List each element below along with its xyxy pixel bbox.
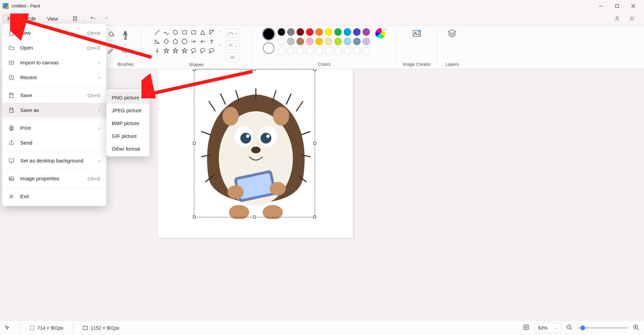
file-menu-open[interactable]: Open Ctrl+O — [2, 40, 106, 55]
menu-file[interactable]: File — [2, 13, 21, 24]
file-menu-recent-label: Recent — [20, 74, 37, 81]
file-menu-recent[interactable]: Recent › — [2, 70, 106, 85]
svg-marker-15 — [182, 39, 187, 44]
settings-icon[interactable] — [626, 12, 638, 25]
color-swatch[interactable] — [353, 28, 361, 36]
minimize-button[interactable] — [593, 0, 609, 12]
shapes-gallery[interactable] — [153, 28, 216, 55]
app-icon — [3, 3, 9, 9]
scroll-down-icon[interactable]: ⌄ — [219, 42, 222, 46]
file-menu-send[interactable]: Send — [2, 135, 106, 150]
color-swatch[interactable] — [363, 28, 370, 36]
color-swatch[interactable] — [315, 47, 323, 55]
fit-screen-button[interactable] — [523, 324, 530, 332]
svg-point-20 — [200, 49, 205, 52]
image-creator-button[interactable] — [403, 28, 430, 38]
shape-outline-button[interactable]: ⌄ — [226, 28, 239, 38]
saveas-jpeg-label: JPEG picture — [112, 108, 141, 113]
layers-button[interactable] — [439, 28, 466, 38]
zoom-select[interactable]: 63%⌄ — [534, 323, 561, 333]
chevron-right-icon: › — [99, 107, 100, 113]
color-2-slot[interactable] — [263, 42, 274, 54]
color-swatch[interactable] — [325, 47, 332, 55]
color-swatch[interactable] — [353, 38, 361, 45]
properties-icon — [8, 176, 15, 182]
color-swatch[interactable] — [297, 28, 304, 36]
undo-icon[interactable] — [87, 12, 99, 25]
zoom-out-button[interactable] — [566, 324, 573, 332]
color-1-slot[interactable] — [263, 28, 274, 40]
color-palette[interactable] — [278, 28, 370, 55]
maximize-button[interactable] — [609, 0, 625, 12]
color-swatch[interactable] — [325, 38, 332, 45]
file-menu-setbg[interactable]: Set as desktop background › — [2, 153, 106, 168]
edit-colors-button[interactable] — [375, 28, 385, 38]
image-creator-label: Image Creator — [403, 62, 431, 67]
text-tool[interactable] — [121, 30, 129, 39]
file-menu-import[interactable]: Import to canvas › — [2, 55, 106, 70]
file-menu-props-label: Image properties — [20, 176, 59, 182]
menu-edit[interactable]: Edit — [22, 13, 41, 24]
tools-peek2 — [107, 47, 128, 56]
color-swatch[interactable] — [334, 47, 342, 55]
color-swatch[interactable] — [334, 28, 342, 36]
zoom-in-button[interactable] — [633, 324, 639, 332]
scroll-up-icon[interactable]: ︿ — [218, 28, 222, 33]
color-swatch[interactable] — [334, 38, 342, 45]
file-menu-print[interactable]: Print › — [2, 121, 106, 135]
cursor-tool-indicator — [5, 325, 10, 331]
saveas-bmp[interactable]: BMP picture — [106, 117, 149, 129]
selection-rect[interactable] — [194, 69, 315, 217]
file-menu-props[interactable]: Image properties Ctrl+E — [2, 171, 106, 186]
account-icon[interactable] — [611, 12, 623, 25]
shortcut-label: Ctrl+O — [87, 45, 100, 51]
color-swatch[interactable] — [278, 38, 285, 45]
file-menu-new[interactable]: New Ctrl+N — [2, 26, 106, 40]
color-swatch[interactable] — [344, 47, 351, 55]
redo-icon[interactable] — [100, 12, 112, 25]
color-swatch[interactable] — [287, 47, 295, 55]
color-swatch[interactable] — [344, 28, 351, 36]
color-swatch[interactable] — [278, 28, 285, 36]
file-menu-save[interactable]: Save Ctrl+S — [2, 88, 106, 103]
pencil-tool[interactable] — [107, 47, 114, 56]
color-swatch[interactable] — [315, 28, 323, 36]
file-menu-exit[interactable]: Exit — [2, 189, 106, 204]
color-swatch[interactable] — [297, 47, 304, 55]
separator — [2, 119, 106, 119]
color-swatch[interactable] — [297, 38, 304, 45]
color-swatch[interactable] — [363, 47, 370, 55]
saveas-jpeg[interactable]: JPEG picture — [106, 104, 149, 117]
file-menu-saveas[interactable]: Save as › — [2, 103, 106, 118]
fill-tool[interactable] — [107, 30, 115, 39]
close-button[interactable] — [625, 0, 641, 12]
color-swatch[interactable] — [278, 47, 285, 55]
saveas-png[interactable]: PNG picture — [106, 91, 149, 104]
saveas-gif[interactable]: GIF picture — [106, 129, 149, 142]
save-icon[interactable] — [69, 12, 81, 25]
svg-line-7 — [155, 30, 160, 35]
magnifier-tool[interactable] — [121, 47, 128, 56]
color-swatch[interactable] — [353, 47, 361, 55]
saveas-other[interactable]: Other format — [106, 142, 149, 155]
shape-style-button[interactable] — [226, 53, 239, 62]
saveas-icon — [8, 107, 15, 113]
color-swatch[interactable] — [287, 28, 295, 36]
separator — [2, 86, 106, 87]
menu-view[interactable]: View — [42, 13, 63, 24]
svg-point-19 — [191, 49, 196, 52]
color-swatch[interactable] — [287, 38, 295, 45]
color-swatch[interactable] — [306, 28, 313, 36]
color-swatch[interactable] — [344, 38, 351, 45]
share-icon — [8, 140, 15, 146]
shape-fill-button[interactable]: ⌄ — [226, 40, 239, 50]
color-swatch[interactable] — [325, 28, 332, 36]
color-swatch[interactable] — [306, 38, 313, 45]
zoom-slider[interactable] — [577, 327, 628, 329]
color-swatch[interactable] — [363, 38, 370, 45]
canvas[interactable] — [158, 69, 353, 238]
svg-marker-12 — [210, 30, 214, 34]
color-swatch[interactable] — [306, 47, 313, 55]
file-menu-saveas-label: Save as — [20, 107, 39, 113]
color-swatch[interactable] — [315, 38, 323, 45]
